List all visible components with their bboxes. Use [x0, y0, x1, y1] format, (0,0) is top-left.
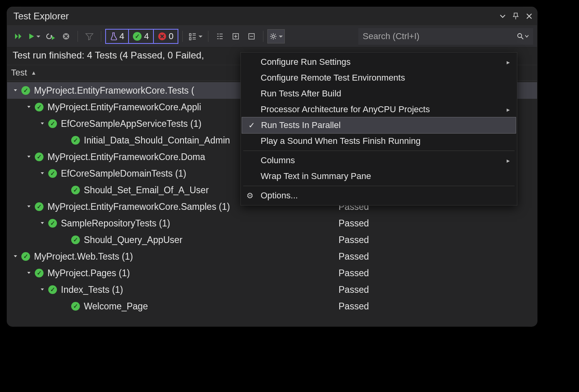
passed-icon — [35, 269, 44, 277]
toolbar-separator — [208, 31, 208, 42]
passed-icon — [35, 202, 44, 211]
menu-item[interactable]: ⚙Options... — [241, 188, 517, 204]
svg-point-4 — [272, 35, 274, 38]
check-icon: ✓ — [248, 121, 255, 130]
menu-item[interactable]: Run Tests After Build — [241, 86, 517, 102]
tree-node-label: MyProject.Web.Tests (1) — [34, 251, 133, 262]
menu-item-label: Run Tests In Parallel — [261, 120, 341, 130]
menu-item[interactable]: Processor Architecture for AnyCPU Projec… — [241, 102, 517, 117]
search-placeholder: Search (Ctrl+I) — [363, 31, 517, 41]
tree-node-label: MyProject.EntityFrameworkCore.Appli — [47, 102, 201, 113]
close-icon[interactable] — [526, 13, 532, 19]
window-title: Test Explorer — [13, 11, 69, 22]
passed-icon — [48, 219, 57, 228]
search-dropdown-icon[interactable] — [525, 35, 529, 38]
test-status: Passed — [339, 301, 369, 312]
passed-icon — [71, 302, 80, 311]
menu-item-label: Run Tests After Build — [261, 89, 341, 99]
menu-item-label: Options... — [261, 190, 298, 201]
chevron-down-icon[interactable] — [12, 87, 19, 94]
tree-group[interactable]: SampleRepositoryTests (1)Passed — [7, 215, 537, 232]
test-status: Passed — [339, 235, 369, 245]
flask-count: 4 — [119, 31, 124, 41]
menu-item-label: Wrap Text in Summary Pane — [261, 171, 371, 181]
fail-counter[interactable]: 0 — [153, 29, 178, 44]
chevron-down-icon[interactable] — [39, 220, 46, 227]
toolbar-separator — [182, 31, 183, 42]
menu-item-label: Configure Remote Test Environments — [261, 73, 405, 83]
tree-group[interactable]: MyProject.Pages (1)Passed — [7, 265, 537, 281]
passed-icon — [48, 285, 57, 294]
tree-test[interactable]: Welcome_PagePassed — [7, 298, 537, 315]
pass-counter[interactable]: 4 — [128, 29, 153, 44]
chevron-right-icon: ▸ — [507, 157, 510, 164]
chevron-down-icon[interactable] — [25, 104, 32, 111]
chevron-down-icon[interactable] — [25, 270, 32, 277]
tree-node-label: SampleRepositoryTests (1) — [61, 218, 170, 229]
settings-button[interactable] — [267, 29, 285, 43]
gear-icon: ⚙ — [246, 191, 254, 200]
menu-separator — [243, 186, 515, 186]
pass-count: 4 — [144, 31, 149, 41]
toolbar: 4 4 0 Search — [7, 26, 537, 47]
passed-icon — [71, 136, 80, 145]
passed-icon — [35, 153, 44, 161]
test-status: Passed — [339, 268, 369, 279]
chevron-down-icon[interactable] — [12, 253, 19, 260]
repeat-button[interactable] — [43, 30, 58, 43]
tree-group[interactable]: Index_Tests (1)Passed — [7, 281, 537, 298]
dropdown-arrow-icon[interactable] — [500, 14, 505, 18]
chevron-down-icon[interactable] — [25, 153, 32, 160]
toolbar-separator — [263, 31, 263, 42]
tree-node-label: MyProject.EntityFrameworkCore.Samples (1… — [47, 202, 230, 212]
playlist-button[interactable] — [187, 30, 204, 43]
settings-menu: Configure Run Settings▸Configure Remote … — [240, 52, 517, 205]
menu-item-label: Processor Architecture for AnyCPU Projec… — [261, 104, 430, 115]
toolbar-separator — [101, 31, 101, 42]
search-icon[interactable] — [517, 33, 524, 40]
filter-button[interactable] — [82, 30, 97, 43]
passed-icon — [48, 119, 57, 128]
tree-test[interactable]: Should_Query_AppUserPassed — [7, 232, 537, 248]
run-button[interactable] — [27, 30, 42, 43]
menu-item-label: Columns — [261, 155, 295, 166]
tree-node-label: Should_Set_Email_Of_A_User — [84, 185, 209, 196]
tree-node-label: Welcome_Page — [84, 301, 148, 312]
flask-counter[interactable]: 4 — [105, 29, 129, 44]
test-counters: 4 4 0 — [105, 29, 178, 44]
menu-item[interactable]: Configure Remote Test Environments — [241, 70, 517, 86]
stop-button[interactable] — [59, 30, 74, 43]
menu-separator — [243, 151, 515, 151]
menu-item[interactable]: Configure Run Settings▸ — [241, 54, 517, 70]
menu-item[interactable]: Columns▸ — [241, 153, 517, 168]
menu-item[interactable]: Wrap Text in Summary Pane — [241, 168, 517, 184]
titlebar-grip[interactable] — [73, 14, 496, 18]
collapse-all-button[interactable] — [244, 30, 259, 43]
pin-icon[interactable] — [513, 12, 519, 20]
tree-node-label: Index_Tests (1) — [61, 285, 123, 295]
run-all-button[interactable] — [11, 30, 26, 43]
tree-node-label: Initial_Data_Should_Contain_Admin — [84, 135, 230, 146]
chevron-down-icon[interactable] — [39, 286, 46, 293]
menu-item[interactable]: Play a Sound When Tests Finish Running — [241, 133, 517, 149]
tree-node-label: MyProject.EntityFrameworkCore.Doma — [47, 152, 205, 162]
svg-point-5 — [518, 34, 522, 38]
tree-node-label: EfCoreSampleAppServiceTests (1) — [61, 119, 201, 129]
chevron-down-icon[interactable] — [39, 120, 46, 127]
sort-ascending-icon: ▲ — [31, 70, 36, 76]
expand-all-button[interactable] — [228, 30, 243, 43]
passed-icon — [35, 103, 44, 111]
group-by-button[interactable] — [212, 30, 227, 43]
chevron-down-icon[interactable] — [39, 170, 46, 177]
menu-item[interactable]: ✓Run Tests In Parallel — [242, 117, 516, 134]
test-explorer-window: Test Explorer — [7, 7, 537, 326]
titlebar: Test Explorer — [7, 7, 537, 26]
tree-node-label: Should_Query_AppUser — [84, 235, 182, 245]
search-input[interactable]: Search (Ctrl+I) — [358, 28, 533, 45]
column-label-test: Test — [11, 68, 27, 78]
toolbar-separator — [78, 31, 78, 42]
tree-group[interactable]: MyProject.Web.Tests (1)Passed — [7, 248, 537, 265]
passed-icon — [71, 186, 80, 194]
test-status: Passed — [339, 251, 369, 262]
chevron-down-icon[interactable] — [25, 203, 32, 210]
